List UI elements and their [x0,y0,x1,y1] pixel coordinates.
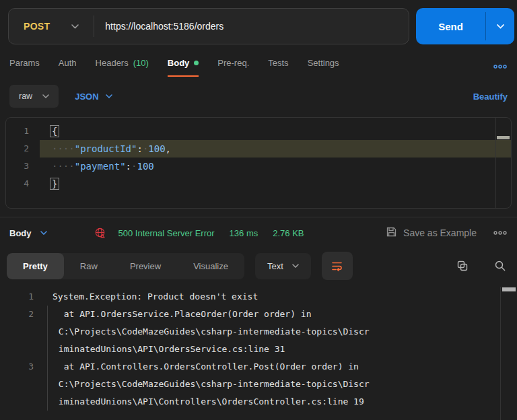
response-lines: 1System.Exception: Product doesn't exist… [0,288,517,411]
line-text-block: System.Exception: Product doesn't exist [47,288,517,306]
response-size[interactable]: 2.76 KB [273,228,304,238]
token-num: 100 [148,143,165,154]
response-meta-bar: Body 500 Internal Server Error 136 ms 2.… [0,217,517,248]
line-number: 3 [6,158,40,175]
view-tab-raw[interactable]: Raw [64,253,114,279]
response-line: 3 at API.Controllers.OrdersController.Po… [0,358,517,411]
response-body-label: Body [9,228,32,238]
unsaved-dot [194,61,199,65]
body-format-label: raw [19,92,32,101]
view-tab-pretty[interactable]: Pretty [7,253,64,279]
code-content: ····"productId":·100, [40,140,511,158]
token-p: : [126,161,131,172]
tab-headers[interactable]: Headers(10) [96,58,149,77]
token-key: "payment" [75,161,126,172]
response-view-toolbar: PrettyRawPreviewVisualize Text [0,248,517,287]
response-line: 2 at API.OrdersService.PlaceOrder(Order … [0,306,517,358]
copy-response-icon[interactable] [456,260,469,272]
code-content: ····"payment":·100 [40,158,511,175]
response-line: 1System.Exception: Product doesn't exist [0,288,517,306]
line-number: 2 [6,140,40,158]
token-bracket: } [50,178,59,190]
line-number: 4 [6,175,40,193]
response-more-options-icon[interactable] [493,230,508,236]
line-number: 3 [0,358,47,411]
code-line: 2····"productId":·100, [6,140,511,158]
tab-tests[interactable]: Tests [268,58,288,77]
chevron-down-icon [106,94,112,98]
status-code[interactable]: 500 Internal Server Error [118,228,215,238]
tab-params[interactable]: Params [9,58,40,77]
code-content: } [40,175,511,193]
code-line: 3····"payment":·100 [6,158,511,175]
request-bar: POST Send [0,0,517,44]
request-more-options-icon[interactable] [493,64,508,77]
tab-pre-req[interactable]: Pre-req. [217,58,249,77]
tab-count-badge: (10) [133,58,149,68]
line-text: iminatedUnions\API\OrdersService.cs:line… [48,341,517,358]
response-format-select[interactable]: Text [255,253,311,279]
editor-scrollbar-thumb[interactable] [497,136,510,139]
response-scrollbar-thumb[interactable] [502,287,516,291]
token-ws: ···· [52,143,75,154]
network-error-icon[interactable] [94,227,106,239]
response-body-viewer[interactable]: 1System.Exception: Product doesn't exist… [0,287,517,420]
code-content: { [40,123,511,140]
url-input[interactable] [94,21,409,32]
response-format-label: Text [267,261,283,271]
line-number: 1 [6,123,40,140]
tab-label: Params [9,58,40,68]
tab-auth[interactable]: Auth [59,58,77,77]
tab-settings[interactable]: Settings [308,58,339,77]
line-text-block: at API.Controllers.OrdersController.Post… [47,358,517,411]
line-number: 1 [0,288,47,306]
wrap-text-toggle[interactable] [322,252,353,280]
line-text: C:\Projects\CodeMazeGuides\csharp-interm… [48,376,517,393]
tab-body[interactable]: Body [168,58,199,77]
view-tab-visualize[interactable]: Visualize [177,253,244,279]
tab-label: Headers [96,58,129,68]
chevron-down-icon [71,24,79,29]
save-icon [386,226,397,240]
tab-label: Tests [268,58,288,68]
response-time[interactable]: 136 ms [230,228,258,238]
method-selector[interactable]: POST [9,21,94,32]
response-view-tabs: PrettyRawPreviewVisualize [7,253,244,279]
method-label: POST [24,21,50,32]
line-text: at API.OrdersService.PlaceOrder(Order or… [48,306,517,323]
line-number: 2 [0,306,47,358]
request-tabs: ParamsAuthHeaders(10)BodyPre-req.TestsSe… [0,44,517,77]
save-as-example-label: Save as Example [403,228,477,238]
tab-label: Pre-req. [217,58,249,68]
chevron-down-icon [42,94,49,98]
editor-scrollbar-track [495,118,496,208]
line-text: System.Exception: Product doesn't exist [47,288,517,306]
code-line: 4} [6,175,511,193]
beautify-link[interactable]: Beautify [473,92,508,102]
save-as-example-button[interactable]: Save as Example [386,226,477,240]
line-text: iminatedUnions\API\Controllers\OrdersCon… [48,393,517,411]
tab-label: Auth [59,58,77,68]
send-label: Send [416,8,485,44]
request-body-editor[interactable]: 1{2····"productId":·100,3····"payment":·… [5,117,512,209]
tab-label: Body [168,58,190,68]
token-ws: ···· [52,161,75,172]
view-tab-preview[interactable]: Preview [114,253,177,279]
body-language-label: JSON [75,92,98,102]
body-toolbar: raw JSON Beautify [0,77,517,108]
token-key: "productId" [75,143,137,154]
line-text-block: at API.OrdersService.PlaceOrder(Order or… [47,306,517,358]
body-language-select[interactable]: JSON [75,92,112,102]
response-body-select[interactable]: Body [9,228,47,238]
send-button[interactable]: Send [416,8,514,44]
response-status-group: 500 Internal Server Error 136 ms 2.76 KB [118,228,304,238]
line-text: at API.Controllers.OrdersController.Post… [48,358,517,376]
api-client-window: POST Send ParamsAuthHeaders(10)BodyPre-r… [0,0,517,420]
body-format-select[interactable]: raw [9,85,59,108]
send-options-chevron-icon[interactable] [486,8,514,44]
response-scrollbar-track [500,287,501,420]
editor-lines: 1{2····"productId":·100,3····"payment":·… [6,123,511,193]
search-response-icon[interactable] [494,260,506,272]
code-line: 1{ [6,123,511,140]
chevron-down-icon [292,264,299,268]
